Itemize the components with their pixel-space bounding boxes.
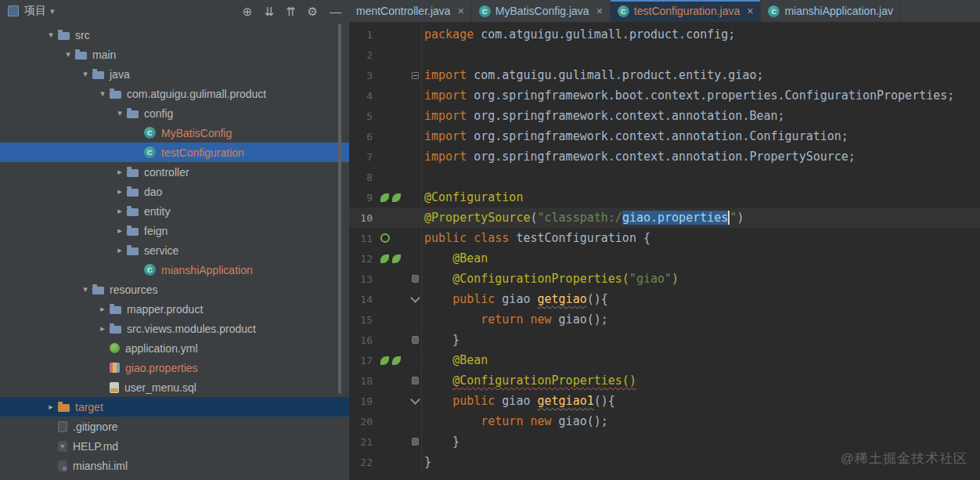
tree-item-user-menu-sql[interactable]: user_menu.sql xyxy=(0,377,349,397)
spring-gutter-icon[interactable] xyxy=(392,356,401,365)
tree-item-main[interactable]: ▾main xyxy=(0,45,349,64)
fold-marker-icon[interactable] xyxy=(412,72,419,79)
watermark: @稀土掘金技术社区 xyxy=(841,449,967,467)
line-number: 7 xyxy=(349,151,377,163)
tree-item-help-md[interactable]: HELP.md xyxy=(0,436,349,456)
tree-item-target[interactable]: ▸target xyxy=(0,397,349,417)
tree-item--gitignore[interactable]: .gitignore xyxy=(0,417,349,436)
spring-gutter-icon[interactable] xyxy=(392,193,401,202)
hide-panel-icon[interactable]: — xyxy=(330,5,341,17)
close-icon[interactable]: × xyxy=(747,5,753,17)
tree-item-config[interactable]: ▾config xyxy=(0,103,349,123)
fold-marker-icon[interactable] xyxy=(410,395,420,405)
tab-mianshiapplication-jav[interactable]: CmianshiApplication.jav xyxy=(761,0,901,22)
expand-all-icon[interactable]: ⇈ xyxy=(286,5,296,17)
spring-gutter-icon[interactable] xyxy=(380,254,389,263)
code-line-2[interactable]: 2 xyxy=(349,45,980,65)
code-text: @Bean xyxy=(424,251,488,265)
code-line-14[interactable]: 14 public giao getgiao(){ xyxy=(349,289,980,309)
chevron-down-icon[interactable]: ▾ xyxy=(95,88,110,99)
tree-item-java[interactable]: ▾java xyxy=(0,64,349,84)
close-icon[interactable]: × xyxy=(596,5,603,17)
collapse-all-icon[interactable]: ⇊ xyxy=(264,5,274,17)
chevron-right-icon[interactable]: ▸ xyxy=(113,206,127,216)
code-line-17[interactable]: 17 @Bean xyxy=(349,350,980,370)
tree-item-controller[interactable]: ▸controller xyxy=(0,162,349,182)
chevron-right-icon[interactable]: ▸ xyxy=(95,323,110,334)
folder-icon xyxy=(127,228,139,236)
fold-column xyxy=(409,431,422,452)
code-line-13[interactable]: 13 @ConfigurationProperties("giao") xyxy=(349,269,980,289)
chevron-down-icon[interactable]: ▾ xyxy=(113,108,127,118)
tab-mybatisconfig-java[interactable]: CMyBatisConfig.java× xyxy=(472,0,611,22)
fold-marker-icon[interactable] xyxy=(412,275,419,283)
spring-gutter-icon[interactable] xyxy=(380,193,389,202)
chevron-down-icon[interactable]: ▾ xyxy=(78,284,92,294)
gutter-icons xyxy=(377,193,409,202)
spring-gutter-icon[interactable] xyxy=(380,356,389,365)
tree-item-mapper-product[interactable]: ▸mapper.product xyxy=(0,299,349,319)
md-icon xyxy=(58,441,67,452)
chevron-down-icon[interactable]: ▾ xyxy=(50,6,55,16)
tree-item-label: src xyxy=(75,30,90,41)
fold-marker-icon[interactable] xyxy=(412,336,419,344)
tree-item-src[interactable]: ▾src xyxy=(0,25,349,45)
chevron-right-icon[interactable]: ▸ xyxy=(95,304,110,314)
tree-item-resources[interactable]: ▾resources xyxy=(0,280,349,299)
tree-item-dao[interactable]: ▸dao xyxy=(0,182,349,201)
code-line-19[interactable]: 19 public giao getgiao1(){ xyxy=(349,391,980,411)
code-line-8[interactable]: 8 xyxy=(349,167,980,187)
code-line-7[interactable]: 7import org.springframework.context.anno… xyxy=(349,146,980,167)
bean-gutter-icon[interactable] xyxy=(380,233,390,243)
tree-item-feign[interactable]: ▸feign xyxy=(0,221,349,240)
tree-item-com-atguigu-gulimall-product[interactable]: ▾com.atguigu.gulimall.product xyxy=(0,84,349,103)
chevron-down-icon[interactable]: ▾ xyxy=(61,49,75,60)
folder-icon xyxy=(110,306,121,314)
tab-mentcontroller-java[interactable]: mentController.java× xyxy=(349,0,472,22)
tree-item-mybatisconfig[interactable]: CMyBatisConfig xyxy=(0,123,349,143)
chevron-right-icon[interactable]: ▸ xyxy=(44,402,58,412)
fold-marker-icon[interactable] xyxy=(412,438,419,446)
project-selector-label[interactable]: 项目 xyxy=(24,4,46,18)
tree-item-testconfiguration[interactable]: CtestConfiguration xyxy=(0,143,349,162)
code-line-20[interactable]: 20 return new giao(); xyxy=(349,411,980,431)
code-line-6[interactable]: 6import org.springframework.context.anno… xyxy=(349,126,980,146)
line-number: 11 xyxy=(349,233,377,244)
chevron-right-icon[interactable]: ▸ xyxy=(113,186,127,197)
tab-testconfiguration-java[interactable]: CtestConfiguration.java× xyxy=(611,0,762,22)
tree-item-mianshi-iml[interactable]: mianshi.iml xyxy=(0,456,349,475)
chevron-right-icon[interactable]: ▸ xyxy=(113,226,127,236)
code-line-11[interactable]: 11public class testConfiguration { xyxy=(349,228,980,248)
code-line-16[interactable]: 16 } xyxy=(349,330,980,350)
line-number: 22 xyxy=(349,457,377,468)
fold-marker-icon[interactable] xyxy=(410,293,420,303)
tree-scrollbar[interactable] xyxy=(338,23,341,394)
tree-item-application-yml[interactable]: application.yml xyxy=(0,338,349,358)
iml-icon xyxy=(58,460,67,471)
code-line-1[interactable]: 1package com.atguigu.gulimall.product.co… xyxy=(349,24,980,45)
code-line-12[interactable]: 12 @Bean xyxy=(349,248,980,269)
tree-item-src-views-modules-product[interactable]: ▸src.views.modules.product xyxy=(0,319,349,338)
tree-item-mynw[interactable]: mynw xyxy=(0,475,349,480)
code-line-3[interactable]: 3import com.atguigu.gulimall.product.ent… xyxy=(349,65,980,85)
spring-gutter-icon[interactable] xyxy=(392,254,401,263)
chevron-down-icon[interactable]: ▾ xyxy=(44,30,58,40)
chevron-down-icon[interactable]: ▾ xyxy=(78,69,92,79)
tree-item-mianshiapplication[interactable]: CmianshiApplication xyxy=(0,260,349,280)
chevron-right-icon[interactable]: ▸ xyxy=(113,167,127,177)
fold-column xyxy=(409,289,422,309)
code-line-18[interactable]: 18 @ConfigurationProperties() xyxy=(349,370,980,391)
locate-file-icon[interactable]: ⊕ xyxy=(243,5,253,17)
code-line-9[interactable]: 9@Configuration xyxy=(349,187,980,208)
code-line-5[interactable]: 5import org.springframework.context.anno… xyxy=(349,106,980,126)
tree-item-service[interactable]: ▸service xyxy=(0,240,349,260)
code-line-4[interactable]: 4import org.springframework.boot.context… xyxy=(349,85,980,106)
code-line-10[interactable]: 10@PropertySource("classpath:/giao.prope… xyxy=(349,208,980,228)
settings-icon[interactable]: ⚙ xyxy=(308,5,318,17)
tree-item-giao-properties[interactable]: giao.properties xyxy=(0,358,349,377)
chevron-right-icon[interactable]: ▸ xyxy=(113,245,127,255)
code-line-15[interactable]: 15 return new giao(); xyxy=(349,309,980,330)
fold-marker-icon[interactable] xyxy=(412,377,419,384)
tree-item-entity[interactable]: ▸entity xyxy=(0,201,349,221)
close-icon[interactable]: × xyxy=(458,5,464,17)
